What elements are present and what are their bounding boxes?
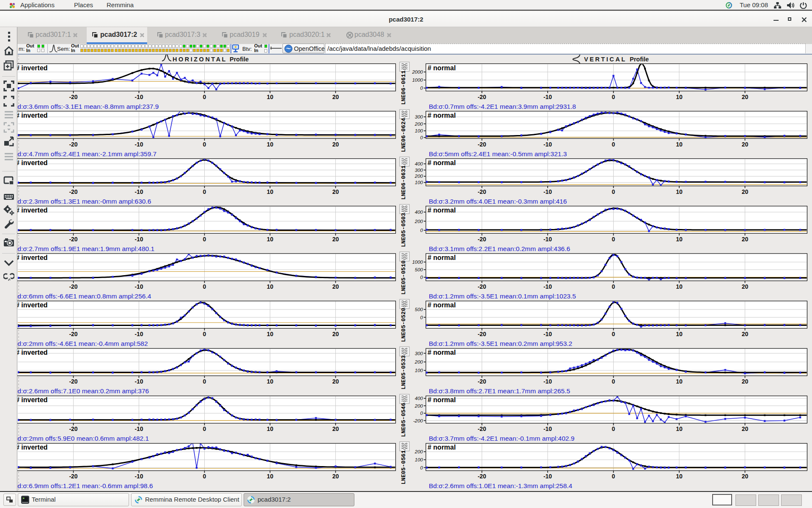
svg-text:300: 300 bbox=[415, 351, 423, 356]
svg-text:20: 20 bbox=[332, 236, 339, 243]
svg-text:Bd:σ:2mm offs:-4.6E1 mean:-0.4: Bd:σ:2mm offs:-4.6E1 mean:-0.4mm ampl:58… bbox=[13, 340, 148, 347]
svg-text:-20: -20 bbox=[477, 141, 486, 148]
svg-text:-20: -20 bbox=[69, 94, 77, 100]
svg-text:20: 20 bbox=[332, 141, 339, 148]
svg-text:0: 0 bbox=[420, 315, 423, 320]
svg-text:-10: -10 bbox=[134, 141, 143, 148]
svg-text:100: 100 bbox=[415, 128, 423, 133]
svg-text:20: 20 bbox=[742, 141, 749, 148]
svg-text:0: 0 bbox=[203, 94, 206, 100]
svg-text:200: 200 bbox=[414, 219, 423, 224]
svg-text:100: 100 bbox=[415, 368, 423, 373]
svg-text:LNE05-0561: LNE05-0561 bbox=[401, 450, 407, 484]
svg-text:-10: -10 bbox=[134, 94, 143, 100]
svg-text:-10: -10 bbox=[543, 94, 552, 100]
svg-text:0: 0 bbox=[420, 86, 423, 91]
svg-text:Bd:σ:4.7mm offs:2.4E1 mean:-2.: Bd:σ:4.7mm offs:2.4E1 mean:-2.1mm ampl:3… bbox=[13, 150, 156, 157]
svg-text:-10: -10 bbox=[543, 473, 552, 480]
svg-text:0: 0 bbox=[612, 331, 615, 337]
svg-text:0: 0 bbox=[203, 473, 206, 480]
svg-text:-20: -20 bbox=[69, 473, 77, 480]
svg-text:Bd:σ:0.7mm offs:-4.2E1 mean:3.: Bd:σ:0.7mm offs:-4.2E1 mean:3.9mm ampl:2… bbox=[429, 103, 576, 110]
svg-text:# inverted: # inverted bbox=[16, 112, 48, 119]
svg-text:100: 100 bbox=[415, 180, 423, 185]
svg-text:-10: -10 bbox=[134, 236, 143, 243]
svg-text:LNE06-0611: LNE06-0611 bbox=[401, 71, 407, 105]
svg-text:0: 0 bbox=[203, 378, 206, 385]
svg-text:-10: -10 bbox=[543, 236, 552, 243]
svg-text:10: 10 bbox=[267, 425, 274, 432]
svg-text:200: 200 bbox=[414, 449, 423, 454]
svg-text:LNE05-0510: LNE05-0510 bbox=[401, 260, 407, 295]
svg-text:Bd:σ:2.3mm offs:1.3E1 mean:-0m: Bd:σ:2.3mm offs:1.3E1 mean:-0mm ampl:630… bbox=[13, 198, 151, 205]
svg-text:-20: -20 bbox=[69, 283, 77, 290]
svg-text:400: 400 bbox=[415, 210, 423, 215]
svg-text:# inverted: # inverted bbox=[16, 64, 48, 72]
svg-text:Bd:σ:3.2mm offs:4.0E1 mean:-0.: Bd:σ:3.2mm offs:4.0E1 mean:-0.3mm ampl:4… bbox=[429, 198, 567, 205]
svg-text:# inverted: # inverted bbox=[16, 444, 48, 451]
svg-text:0: 0 bbox=[612, 378, 615, 385]
svg-text:1000: 1000 bbox=[412, 260, 423, 265]
svg-text:# inverted: # inverted bbox=[16, 396, 48, 403]
svg-text:20: 20 bbox=[332, 283, 339, 290]
svg-text:10: 10 bbox=[676, 188, 683, 195]
svg-text:0: 0 bbox=[203, 331, 206, 337]
svg-text:-200: -200 bbox=[413, 418, 423, 423]
svg-text:-10: -10 bbox=[134, 425, 143, 432]
svg-text:-10: -10 bbox=[543, 378, 552, 385]
svg-text:0: 0 bbox=[612, 188, 615, 195]
svg-text:-20: -20 bbox=[69, 378, 77, 385]
svg-text:LNE05-0533: LNE05-0533 bbox=[401, 355, 407, 389]
svg-text:-10: -10 bbox=[543, 331, 552, 337]
svg-text:200: 200 bbox=[414, 359, 423, 364]
svg-text:# inverted: # inverted bbox=[16, 207, 48, 214]
svg-text:200: 200 bbox=[414, 403, 423, 409]
svg-text:0: 0 bbox=[612, 283, 615, 290]
svg-text:10: 10 bbox=[676, 236, 683, 243]
svg-text:0: 0 bbox=[612, 236, 615, 243]
svg-text:-10: -10 bbox=[134, 331, 143, 337]
svg-text:20: 20 bbox=[742, 283, 749, 290]
svg-text:-20: -20 bbox=[477, 425, 486, 432]
svg-text:-20: -20 bbox=[69, 141, 77, 148]
svg-text:10: 10 bbox=[676, 283, 683, 290]
svg-text:10: 10 bbox=[676, 378, 683, 385]
svg-text:# normal: # normal bbox=[428, 349, 456, 356]
svg-text:-10: -10 bbox=[134, 473, 143, 480]
svg-text:-10: -10 bbox=[134, 283, 143, 290]
svg-text:# inverted: # inverted bbox=[16, 159, 48, 166]
svg-text:20: 20 bbox=[332, 331, 339, 337]
svg-text:10: 10 bbox=[267, 141, 274, 148]
svg-text:10: 10 bbox=[676, 425, 683, 432]
svg-text:-20: -20 bbox=[477, 94, 486, 100]
svg-text:20: 20 bbox=[742, 94, 749, 100]
svg-text:Bd:σ:3.6mm offs:-3.1E1 mean:-8: Bd:σ:3.6mm offs:-3.1E1 mean:-8.8mm ampl:… bbox=[13, 103, 159, 110]
svg-text:300: 300 bbox=[415, 168, 423, 173]
svg-text:# normal: # normal bbox=[428, 64, 456, 72]
svg-text:-10: -10 bbox=[543, 425, 552, 432]
svg-text:-20: -20 bbox=[69, 188, 77, 195]
svg-text:# inverted: # inverted bbox=[16, 254, 48, 261]
svg-text:0: 0 bbox=[203, 425, 206, 432]
svg-text:10: 10 bbox=[267, 94, 274, 100]
svg-text:Bd:σ:2mm offs:5.9E0 mean:0.6mm: Bd:σ:2mm offs:5.9E0 mean:0.6mm ampl:482.… bbox=[13, 435, 149, 442]
svg-text:-10: -10 bbox=[543, 141, 552, 148]
svg-text:20: 20 bbox=[332, 94, 339, 100]
svg-text:LNE05-0503: LNE05-0503 bbox=[401, 213, 407, 247]
svg-text:Bd:σ:6.9mm offs:1.2E1 mean:-0.: Bd:σ:6.9mm offs:1.2E1 mean:-0.6mm ampl:9… bbox=[13, 482, 153, 489]
svg-text:-20: -20 bbox=[477, 378, 486, 385]
svg-text:Bd:σ:3.7mm offs:-4.2E1 mean:-0: Bd:σ:3.7mm offs:-4.2E1 mean:-0.1mm ampl:… bbox=[429, 435, 574, 442]
svg-text:Bd:σ:1.2mm offs:-3.5E1 mean:0.: Bd:σ:1.2mm offs:-3.5E1 mean:0.2mm ampl:9… bbox=[429, 340, 572, 347]
svg-text:0: 0 bbox=[420, 135, 423, 140]
svg-text:20: 20 bbox=[332, 188, 339, 195]
svg-text:1000: 1000 bbox=[412, 77, 423, 83]
svg-text:-20: -20 bbox=[69, 236, 77, 243]
svg-text:-20: -20 bbox=[477, 473, 486, 480]
svg-text:-10: -10 bbox=[134, 378, 143, 385]
svg-text:# normal: # normal bbox=[428, 396, 456, 403]
svg-text:20: 20 bbox=[742, 331, 749, 337]
svg-text:0: 0 bbox=[203, 141, 206, 148]
svg-text:20: 20 bbox=[742, 188, 749, 195]
svg-text:20: 20 bbox=[742, 425, 749, 432]
svg-text:200: 200 bbox=[414, 174, 423, 179]
